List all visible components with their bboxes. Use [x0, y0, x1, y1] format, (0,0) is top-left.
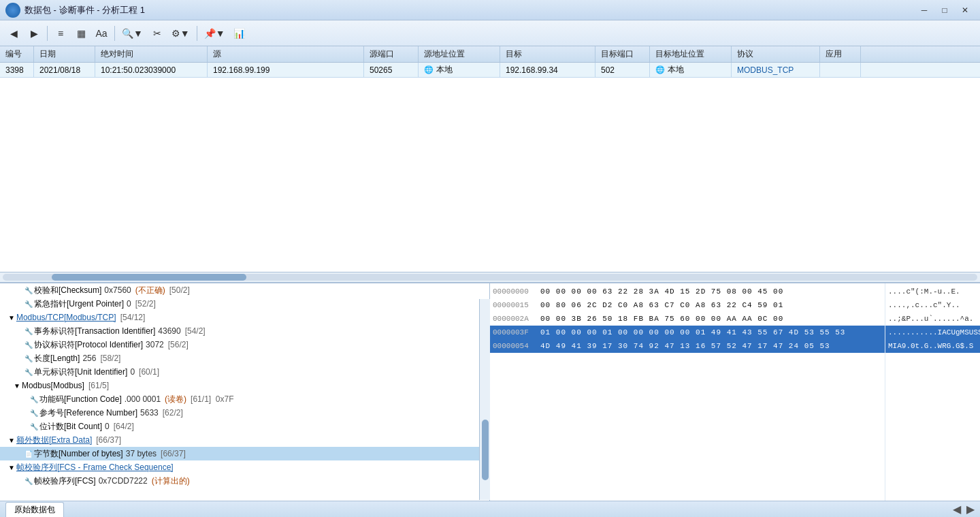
tree-row-transaction[interactable]: 🔧 事务标识符[Transaction Identifier] 43690 [5… [0, 324, 489, 338]
transaction-icon: 🔧 [24, 328, 33, 335]
status-nav: ◀ ▶ [953, 503, 975, 516]
num-bytes-icon: 📄 [24, 450, 33, 458]
toolbar-sep-1 [47, 26, 48, 41]
h-scroll-area[interactable] [0, 272, 980, 283]
minimize-button[interactable]: ─ [915, 3, 934, 18]
toolbar-pin-button[interactable]: 📌▼ [201, 24, 229, 43]
col-srcport: 源端口 [364, 46, 419, 62]
tree-vscroll[interactable] [479, 299, 490, 500]
toolbar-grid-button[interactable]: ▦ [71, 24, 91, 43]
bottom-panel: 🔧 校验和[Checksum] 0x7560 (不正确) [50/2] 🔧 紧急… [0, 283, 980, 501]
tree-row-urgent[interactable]: 🔧 紧急指针[Urgent Pointer] 0 [52/2] [0, 297, 489, 311]
ascii-row-4: MIA9.0t.G..WRG.G$.S [885, 339, 980, 353]
hex-row-4[interactable]: 00000054 4D 49 41 39 17 30 74 92 47 13 1… [490, 339, 885, 353]
tree-row-bit-count[interactable]: 🔧 位计数[Bit Count] 0 [64/2] [0, 420, 489, 433]
fcs-expand-icon: ▼ [8, 464, 15, 471]
hex-row-3[interactable]: 0000003F 01 00 00 00 01 00 00 00 00 00 0… [490, 326, 885, 339]
window-title: 数据包 - 诊断事件 - 分析工程 1 [24, 4, 145, 16]
col-srcloc: 源地址位置 [419, 46, 500, 62]
hex-view: 00000000 00 00 00 00 63 22 28 3A 4D 15 2… [490, 283, 980, 501]
toolbar-chart-button[interactable]: 📊 [230, 24, 249, 43]
ascii-panel: ....c"(:M.-u..E. ....,.c...c".Y.. ..;&P.… [885, 283, 980, 501]
packet-table-header: 编号 日期 绝对时间 源 源端口 源地址位置 目标 目标端口 目标地址位置 协议… [0, 46, 980, 63]
tree-row-modbus-tcp[interactable]: ▼ Modbus/TCP[Modbus/TCP] [54/12] [0, 311, 489, 324]
hex-row-0: 00000000 00 00 00 00 63 22 28 3A 4D 15 2… [490, 285, 885, 298]
tree-row-num-bytes[interactable]: 📄 字节数[Number of bytes] 37 bytes [66/37] [0, 447, 489, 460]
col-src: 源 [208, 46, 364, 62]
title-bar-controls: ─ □ ✕ [915, 3, 975, 18]
bit-count-icon: 🔧 [30, 423, 38, 430]
globe-icon-src: 🌐 [424, 65, 434, 74]
hex-row-2: 0000002A 00 00 3B 26 50 18 FB BA 75 60 0… [490, 312, 885, 326]
tree-row-extra-data[interactable]: ▼ 额外数据[Extra Data] [66/37] [0, 433, 489, 447]
ascii-row-3: ...........IACUgMSUSS [885, 326, 980, 339]
upper-section [0, 78, 980, 272]
col-dst: 目标 [500, 46, 595, 62]
unit-id-icon: 🔧 [24, 369, 33, 376]
content-area: 编号 日期 绝对时间 源 源端口 源地址位置 目标 目标端口 目标地址位置 协议… [0, 46, 980, 517]
title-bar: 数据包 - 诊断事件 - 分析工程 1 ─ □ ✕ [0, 0, 980, 20]
cell-time: 10:21:50.023039000 [95, 63, 208, 77]
cell-srcport: 50265 [364, 63, 419, 77]
maximize-button[interactable]: □ [935, 3, 954, 18]
tree-row-fcs-value[interactable]: 🔧 帧校验序列[FCS] 0x7CDD7222 (计算出的) [0, 474, 489, 488]
col-protocol: 协议 [732, 46, 820, 62]
status-bar: 原始数据包 ◀ ▶ [0, 501, 980, 517]
app-logo [5, 3, 20, 18]
ascii-row-1: ....,.c...c".Y.. [885, 298, 980, 312]
cell-srcloc: 🌐 本地 [419, 63, 500, 77]
toolbar: ◀ ▶ ≡ ▦ Aa 🔍▼ ✂ ⚙▼ 📌▼ 📊 [0, 20, 980, 46]
checksum-icon: 🔧 [24, 287, 33, 294]
tree-row-function-code[interactable]: 🔧 功能码[Function Code] .000 0001 (读卷) [61/… [0, 392, 489, 406]
tree-vscroll-thumb [482, 420, 489, 480]
toolbar-cut-button[interactable]: ✂ [148, 24, 167, 43]
cell-src: 192.168.99.199 [208, 63, 364, 77]
toolbar-sep-3 [197, 26, 197, 41]
modbus-tcp-expand-icon: ▼ [8, 314, 15, 322]
col-time: 绝对时间 [95, 46, 208, 62]
cell-dstloc: 🌐 本地 [650, 63, 732, 77]
toolbar-forward-button[interactable]: ▶ [24, 24, 44, 43]
tree-scroll[interactable]: 🔧 校验和[Checksum] 0x7560 (不正确) [50/2] 🔧 紧急… [0, 283, 489, 501]
close-button[interactable]: ✕ [956, 3, 975, 18]
tree-row-reference[interactable]: 🔧 参考号[Reference Number] 5633 [62/2] [0, 406, 489, 420]
col-date: 日期 [34, 46, 95, 62]
fcs-value-icon: 🔧 [24, 477, 33, 485]
col-num: 编号 [0, 46, 34, 62]
cell-num: 3398 [0, 63, 34, 77]
cell-protocol: MODBUS_TCP [732, 63, 820, 77]
tree-row-protocol-id[interactable]: 🔧 协议标识符[Protocol Identifier] 3072 [56/2] [0, 338, 489, 351]
col-app: 应用 [820, 46, 861, 62]
ascii-row-2: ..;&P...u`......^a. [885, 312, 980, 326]
hex-panel[interactable]: 00000000 00 00 00 00 63 22 28 3A 4D 15 2… [490, 283, 885, 501]
h-scroll-track[interactable] [3, 274, 977, 281]
toolbar-sep-2 [114, 26, 115, 41]
cell-app [820, 63, 861, 77]
col-dstloc: 目标地址位置 [650, 46, 732, 62]
toolbar-aa-button[interactable]: Aa [92, 24, 111, 43]
toolbar-back-button[interactable]: ◀ [4, 24, 23, 43]
cell-date: 2021/08/18 [34, 63, 95, 77]
tree-row-fcs-header[interactable]: ▼ 帧校验序列[FCS - Frame Check Sequence] [0, 460, 489, 474]
title-bar-left: 数据包 - 诊断事件 - 分析工程 1 [5, 3, 145, 18]
status-nav-right[interactable]: ▶ [966, 503, 975, 516]
extra-data-expand-icon: ▼ [8, 437, 15, 444]
length-icon: 🔧 [24, 355, 33, 362]
hex-row-1: 00000015 00 80 06 2C D2 C0 A8 63 C7 C0 A… [490, 298, 885, 312]
tree-row-checksum[interactable]: 🔧 校验和[Checksum] 0x7560 (不正确) [50/2] [0, 283, 489, 297]
modbus-expand-icon: ▼ [14, 382, 20, 390]
globe-icon-dst: 🌐 [655, 65, 665, 74]
packet-tree: 🔧 校验和[Checksum] 0x7560 (不正确) [50/2] 🔧 紧急… [0, 283, 490, 501]
packet-row[interactable]: 3398 2021/08/18 10:21:50.023039000 192.1… [0, 63, 980, 78]
status-nav-left[interactable]: ◀ [953, 503, 961, 516]
toolbar-list-button[interactable]: ≡ [51, 24, 70, 43]
tree-row-modbus[interactable]: ▼ Modbus[Modbus] [61/5] [0, 379, 489, 392]
tree-row-unit-id[interactable]: 🔧 单元标识符[Unit Identifier] 0 [60/1] [0, 365, 489, 379]
toolbar-search-button[interactable]: 🔍▼ [118, 24, 146, 43]
col-dstport: 目标端口 [595, 46, 650, 62]
app-window: 数据包 - 诊断事件 - 分析工程 1 ─ □ ✕ ◀ ▶ ≡ ▦ Aa 🔍▼ … [0, 0, 980, 517]
cell-dst: 192.168.99.34 [500, 63, 595, 77]
toolbar-settings-button[interactable]: ⚙▼ [168, 24, 193, 43]
status-tab-raw[interactable]: 原始数据包 [5, 502, 64, 517]
tree-row-length[interactable]: 🔧 长度[Length] 256 [58/2] [0, 351, 489, 365]
